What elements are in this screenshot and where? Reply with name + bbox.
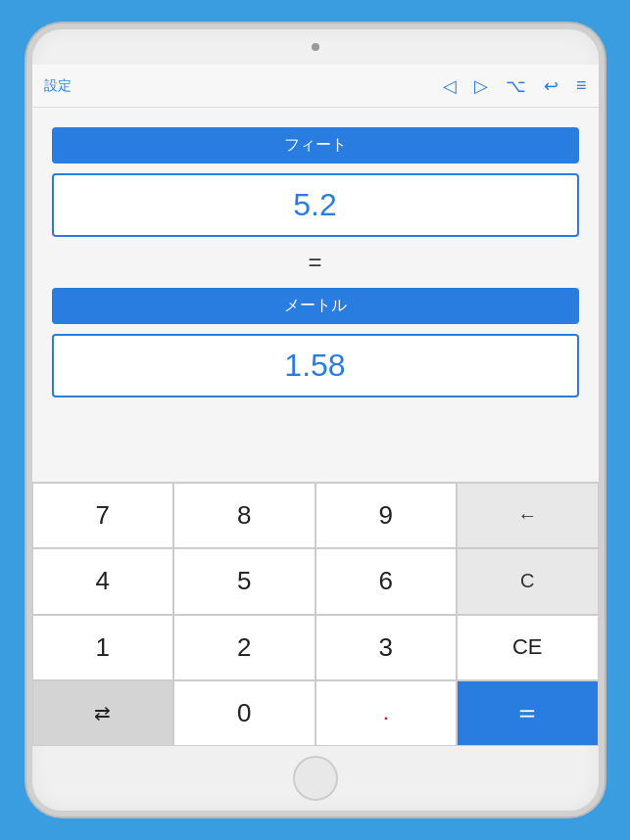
key-clear[interactable]: C (457, 548, 599, 614)
ipad-device: 設定 ◁ ▷ ⌥ ↩ ≡ フィート 5.2 = メートル 1.58 7 8 9 … (26, 23, 605, 817)
key-6[interactable]: 6 (315, 548, 458, 614)
key-ce[interactable]: CE (457, 615, 599, 680)
conversion-area: フィート 5.2 = メートル 1.58 (32, 108, 599, 482)
key-7[interactable]: 7 (32, 483, 174, 548)
toolbar: 設定 ◁ ▷ ⌥ ↩ ≡ (32, 65, 599, 108)
key-swap[interactable]: ⇄ (32, 680, 174, 746)
screen: 設定 ◁ ▷ ⌥ ↩ ≡ フィート 5.2 = メートル 1.58 7 8 9 … (32, 65, 599, 746)
to-unit-label: メートル (52, 288, 579, 324)
settings-button[interactable]: 設定 (44, 77, 72, 95)
key-2[interactable]: 2 (173, 615, 315, 680)
forward-icon[interactable]: ▷ (474, 75, 488, 97)
key-3[interactable]: 3 (315, 615, 458, 680)
menu-icon[interactable]: ≡ (576, 75, 587, 96)
key-5[interactable]: 5 (173, 548, 315, 614)
to-value-display[interactable]: 1.58 (52, 334, 579, 397)
toolbar-icons: ◁ ▷ ⌥ ↩ ≡ (443, 75, 587, 97)
back-icon[interactable]: ◁ (443, 75, 457, 97)
keypad: 7 8 9 ← 4 5 6 C 1 2 3 CE ⇄ 0 . ＝ (32, 482, 599, 746)
from-value-display[interactable]: 5.2 (52, 173, 579, 237)
key-decimal[interactable]: . (315, 680, 458, 746)
option-icon[interactable]: ⌥ (506, 75, 526, 97)
key-8[interactable]: 8 (173, 483, 315, 548)
key-4[interactable]: 4 (32, 548, 174, 614)
undo-icon[interactable]: ↩ (544, 75, 558, 97)
key-9[interactable]: 9 (315, 483, 458, 548)
key-backspace[interactable]: ← (457, 483, 599, 548)
from-unit-label: フィート (52, 127, 579, 163)
key-0[interactable]: 0 (173, 680, 315, 746)
key-equals[interactable]: ＝ (457, 680, 599, 746)
equals-sign: = (52, 247, 579, 278)
key-1[interactable]: 1 (32, 615, 174, 680)
home-button[interactable] (293, 756, 338, 801)
